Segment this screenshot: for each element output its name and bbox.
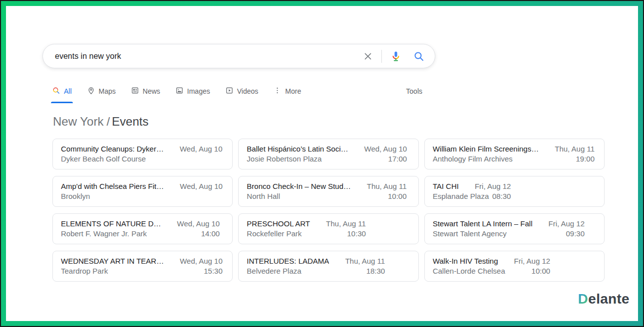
tab-all-label: All xyxy=(64,84,72,99)
heading-section: Events xyxy=(112,115,148,128)
tab-more[interactable]: More xyxy=(273,84,301,99)
event-venue: Anthology Film Archives xyxy=(433,154,548,164)
event-card[interactable]: PRESCHOOL ART Thu, Aug 11 10:30 Rockefel… xyxy=(238,213,418,244)
event-title: Ballet Hispánico’s Latin Soci… xyxy=(247,144,348,154)
event-when: Wed, Aug 10 14:00 xyxy=(177,219,220,239)
event-date: Thu, Aug 11 xyxy=(555,144,595,154)
event-time: 19:00 xyxy=(555,154,595,164)
microphone-icon[interactable] xyxy=(390,50,402,62)
tab-videos-label: Videos xyxy=(237,84,259,99)
tab-news-label: News xyxy=(143,84,160,99)
event-when: Wed, Aug 10 17:00 xyxy=(364,144,407,164)
event-date: Thu, Aug 11 xyxy=(367,181,407,191)
event-title: INTERLUDES: LADAMA xyxy=(247,256,329,266)
tab-maps[interactable]: Maps xyxy=(87,84,116,99)
event-venue: Teardrop Park xyxy=(61,266,176,276)
event-title: PRESCHOOL ART xyxy=(247,219,310,229)
event-venue: Belvedere Plaza xyxy=(247,266,361,276)
event-card[interactable]: Amp'd with Chelsea Piers Fit… Wed, Aug 1… xyxy=(52,176,233,207)
event-title: Walk-In HIV Testing xyxy=(433,256,498,266)
delante-logo: Delante xyxy=(578,291,630,308)
event-date: Thu, Aug 11 xyxy=(326,219,366,229)
event-date: Wed, Aug 10 xyxy=(180,144,223,154)
search-bar xyxy=(42,44,435,68)
event-when: Fri, Aug 12 10:00 xyxy=(514,256,551,276)
page-title: New York/Events xyxy=(53,114,148,130)
event-card[interactable]: Bronco Check-In – New Stud… Thu, Aug 11 … xyxy=(238,176,418,207)
event-when: Thu, Aug 11 10:30 xyxy=(326,219,366,239)
event-time: 10:00 xyxy=(367,191,407,201)
news-icon xyxy=(131,86,139,96)
event-when: Thu, Aug 11 10:00 xyxy=(367,181,407,201)
event-title: Amp'd with Chelsea Piers Fit… xyxy=(61,181,164,191)
screenshot-frame: All Maps xyxy=(0,0,644,327)
event-date: Fri, Aug 12 xyxy=(549,219,585,229)
heading-location: New York xyxy=(53,115,103,128)
event-venue: Josie Robertson Plaza xyxy=(247,154,361,164)
event-date: Fri, Aug 12 xyxy=(514,256,551,266)
event-card[interactable]: TAI CHI Fri, Aug 12 08:30 Esplanade Plaz… xyxy=(424,176,605,207)
event-title: ELEMENTS OF NATURE D… xyxy=(61,219,161,229)
event-when: Thu, Aug 11 18:30 xyxy=(345,256,385,276)
tab-all[interactable]: All xyxy=(52,84,72,99)
search-input[interactable] xyxy=(55,44,362,68)
map-pin-icon xyxy=(87,86,95,96)
search-icon[interactable] xyxy=(413,50,425,62)
event-time: 18:30 xyxy=(345,266,385,276)
event-date: Wed, Aug 10 xyxy=(180,181,223,191)
video-play-icon xyxy=(225,86,234,96)
result-tabs: All Maps xyxy=(52,84,422,99)
event-venue: Robert F. Wagner Jr. Park xyxy=(61,229,176,239)
event-date: Wed, Aug 10 xyxy=(180,256,223,266)
image-icon xyxy=(175,86,184,96)
tab-maps-label: Maps xyxy=(99,84,116,99)
event-card[interactable]: William Klein Film Screenings… Thu, Aug … xyxy=(424,139,605,169)
event-card[interactable]: ELEMENTS OF NATURE D… Wed, Aug 10 14:00 … xyxy=(52,213,233,244)
event-date: Wed, Aug 10 xyxy=(364,144,407,154)
event-venue: North Hall xyxy=(247,191,361,201)
search-icon xyxy=(52,86,60,96)
event-when: Wed, Aug 10 xyxy=(180,181,223,191)
event-when: Thu, Aug 11 19:00 xyxy=(555,144,595,164)
event-time: 15:30 xyxy=(180,266,223,276)
event-venue: Stewart Talent Agency xyxy=(433,229,548,239)
event-time: 10:00 xyxy=(514,266,551,276)
event-title: Stewart Talent LA Intern – Fall xyxy=(433,219,533,229)
event-venue: Brooklyn xyxy=(61,191,176,201)
event-card[interactable]: WEDNESDAY ART IN TEAR… Wed, Aug 10 15:30… xyxy=(52,251,233,282)
tools-button[interactable]: Tools xyxy=(406,87,422,95)
delante-logo-text: elante xyxy=(588,291,630,307)
event-card[interactable]: Ballet Hispánico’s Latin Soci… Wed, Aug … xyxy=(238,139,418,169)
event-title: Community Cleanups: Dyker… xyxy=(61,144,164,154)
event-card[interactable]: Stewart Talent LA Intern – Fall Fri, Aug… xyxy=(424,213,605,244)
event-title: WEDNESDAY ART IN TEAR… xyxy=(61,256,164,266)
search-bar-icons xyxy=(362,50,425,63)
close-icon[interactable] xyxy=(362,51,373,62)
event-title: TAI CHI xyxy=(433,181,459,191)
event-when: Fri, Aug 12 09:30 xyxy=(549,219,585,239)
event-card[interactable]: Community Cleanups: Dyker… Wed, Aug 10 D… xyxy=(52,139,233,169)
event-time: 14:00 xyxy=(177,229,220,239)
delante-logo-d: D xyxy=(578,291,589,307)
event-date: Thu, Aug 11 xyxy=(345,256,385,266)
event-venue: Dyker Beach Golf Course xyxy=(61,154,176,164)
page-background: All Maps xyxy=(6,6,638,321)
heading-separator: / xyxy=(106,115,110,128)
event-time: 17:00 xyxy=(364,154,407,164)
event-card[interactable]: INTERLUDES: LADAMA Thu, Aug 11 18:30 Bel… xyxy=(238,251,418,282)
tab-news[interactable]: News xyxy=(131,84,160,99)
event-when: Wed, Aug 10 15:30 xyxy=(180,256,223,276)
tab-videos[interactable]: Videos xyxy=(225,84,259,99)
more-vertical-icon xyxy=(273,86,282,96)
event-card[interactable]: Walk-In HIV Testing Fri, Aug 12 10:00 Ca… xyxy=(424,251,605,282)
event-time: 10:30 xyxy=(326,229,366,239)
event-when: Wed, Aug 10 xyxy=(180,144,223,154)
tab-more-label: More xyxy=(285,84,301,99)
search-bar-divider xyxy=(381,50,382,63)
events-grid: Community Cleanups: Dyker… Wed, Aug 10 D… xyxy=(52,139,605,282)
tab-images[interactable]: Images xyxy=(175,84,210,99)
event-title: William Klein Film Screenings… xyxy=(433,144,539,154)
event-date: Fri, Aug 12 xyxy=(475,181,511,191)
event-date: Wed, Aug 10 xyxy=(177,219,220,229)
event-time: 09:30 xyxy=(549,229,585,239)
